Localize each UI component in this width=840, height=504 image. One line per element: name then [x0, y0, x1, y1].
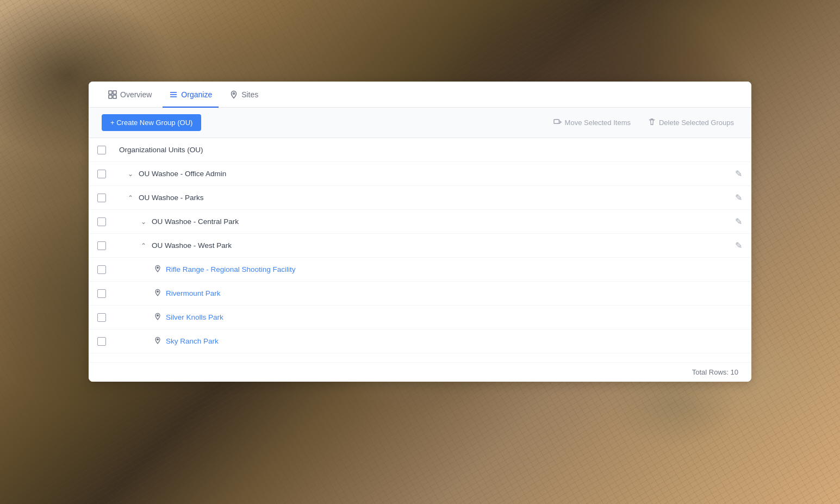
- row-content: Organizational Units (OU): [115, 140, 725, 159]
- row-checkbox-sky-ranch[interactable]: [97, 337, 106, 346]
- row-label: Organizational Units (OU): [119, 146, 203, 154]
- edit-icon[interactable]: ✎: [733, 190, 744, 205]
- table-row: Sky Ranch Park: [89, 329, 751, 353]
- chevron-up-icon: ⌃: [141, 242, 146, 250]
- site-link[interactable]: Sky Ranch Park: [166, 337, 219, 345]
- row-checkbox-cell: [89, 194, 115, 202]
- table-row: Organizational Units (OU): [89, 138, 751, 162]
- chevron-down-icon: ⌄: [128, 170, 133, 178]
- table-row: ⌄ OU Washoe - Central Park ✎: [89, 210, 751, 234]
- svg-rect-2: [109, 95, 112, 98]
- row-content: ⌃ OU Washoe - West Park: [115, 236, 725, 255]
- row-content: ⌃ OU Washoe - Parks: [115, 188, 725, 207]
- location-pin-icon: [229, 90, 238, 99]
- row-checkbox-cell: [89, 146, 115, 154]
- row-content: Rifle Range - Regional Shooting Facility: [115, 259, 725, 279]
- main-panel: Overview Organize Sites: [89, 82, 751, 382]
- tab-sites-label: Sites: [241, 90, 258, 99]
- row-checkbox-office-admin[interactable]: [97, 170, 106, 178]
- location-pin-icon: [154, 289, 161, 298]
- row-label: OU Washoe - West Park: [152, 241, 232, 250]
- table-row: Ranch Park: [89, 353, 751, 362]
- svg-point-11: [157, 291, 159, 293]
- row-checkbox-rifle-range[interactable]: [97, 265, 106, 274]
- toolbar: + Create New Group (OU) Move Selected It…: [89, 108, 751, 138]
- row-label: OU Washoe - Parks: [139, 194, 204, 202]
- table-row: Rifle Range - Regional Shooting Facility: [89, 258, 751, 282]
- row-action-cell: ✎: [725, 238, 751, 253]
- toolbar-right: Move Selected Items Delete Selected Grou…: [549, 116, 738, 130]
- row-checkbox-rivermount[interactable]: [97, 289, 106, 298]
- table-row: Silver Knolls Park: [89, 306, 751, 329]
- table-row: ⌃ OU Washoe - West Park ✎: [89, 234, 751, 258]
- site-link[interactable]: Rivermount Park: [166, 289, 221, 297]
- svg-rect-0: [109, 91, 112, 94]
- row-content: ⌄ OU Washoe - Office Admin: [115, 164, 725, 183]
- row-content: ⌄ OU Washoe - Central Park: [115, 212, 725, 231]
- site-link[interactable]: Silver Knolls Park: [166, 313, 223, 321]
- row-label: OU Washoe - Central Park: [152, 217, 239, 226]
- list-icon: [169, 90, 178, 99]
- svg-point-10: [157, 267, 159, 269]
- trash-icon: [648, 118, 656, 127]
- row-content: Rivermount Park: [115, 283, 725, 303]
- site-link[interactable]: Ranch Park: [166, 361, 204, 362]
- row-checkbox-central-park[interactable]: [97, 217, 106, 226]
- row-checkbox-cell: [89, 265, 115, 274]
- create-group-label: + Create New Group (OU): [110, 119, 192, 127]
- row-checkbox-cell: [89, 241, 115, 250]
- edit-icon[interactable]: ✎: [733, 166, 744, 181]
- location-pin-icon: [154, 265, 161, 274]
- tab-overview[interactable]: Overview: [102, 82, 158, 108]
- total-rows-label: Total Rows: 10: [692, 368, 738, 376]
- svg-point-13: [157, 339, 159, 340]
- move-icon: [553, 118, 562, 128]
- location-pin-icon: [154, 361, 161, 363]
- row-checkbox-cell: [89, 170, 115, 178]
- tab-organize[interactable]: Organize: [163, 82, 219, 108]
- site-link[interactable]: Rifle Range - Regional Shooting Facility: [166, 265, 296, 273]
- chevron-down-icon: ⌄: [141, 218, 146, 226]
- row-checkbox-parks[interactable]: [97, 194, 106, 202]
- tab-bar: Overview Organize Sites: [89, 82, 751, 108]
- table-row: Rivermount Park: [89, 282, 751, 306]
- row-checkbox-ou-root[interactable]: [97, 146, 106, 154]
- row-checkbox-cell: [89, 313, 115, 322]
- move-selected-label: Move Selected Items: [565, 119, 631, 127]
- move-selected-button[interactable]: Move Selected Items: [549, 116, 635, 130]
- row-checkbox-cell: [89, 217, 115, 226]
- svg-point-8: [233, 93, 235, 95]
- tab-organize-label: Organize: [181, 90, 212, 99]
- location-pin-icon: [154, 337, 161, 346]
- row-checkbox-silver-knolls[interactable]: [97, 313, 106, 322]
- svg-rect-9: [554, 119, 559, 123]
- row-action-cell: ✎: [725, 166, 751, 181]
- grid-icon: [108, 90, 117, 99]
- row-action-cell: ✎: [725, 214, 751, 229]
- tab-overview-label: Overview: [120, 90, 152, 99]
- edit-icon[interactable]: ✎: [733, 238, 744, 253]
- table-row: ⌄ OU Washoe - Office Admin ✎: [89, 162, 751, 186]
- delete-groups-label: Delete Selected Groups: [659, 119, 734, 127]
- row-content: Silver Knolls Park: [115, 307, 725, 327]
- row-checkbox-cell: [89, 289, 115, 298]
- chevron-up-icon: ⌃: [128, 194, 133, 202]
- svg-rect-3: [113, 95, 116, 98]
- table-row: ⌃ OU Washoe - Parks ✎: [89, 186, 751, 210]
- row-label: OU Washoe - Office Admin: [139, 170, 226, 178]
- table-container: Organizational Units (OU) ⌄ OU Washoe - …: [89, 138, 751, 362]
- row-content: Ranch Park: [115, 356, 725, 363]
- svg-point-12: [157, 315, 159, 316]
- row-action-cell: ✎: [725, 190, 751, 205]
- toolbar-left: + Create New Group (OU): [102, 114, 201, 131]
- edit-icon[interactable]: ✎: [733, 214, 744, 229]
- delete-groups-button[interactable]: Delete Selected Groups: [644, 116, 738, 129]
- location-pin-icon: [154, 313, 161, 322]
- tab-sites[interactable]: Sites: [223, 82, 265, 108]
- row-content: Sky Ranch Park: [115, 331, 725, 351]
- footer: Total Rows: 10: [89, 362, 751, 382]
- row-checkbox-cell: [89, 337, 115, 346]
- create-group-button[interactable]: + Create New Group (OU): [102, 114, 201, 131]
- row-checkbox-west-park[interactable]: [97, 241, 106, 250]
- svg-rect-1: [113, 91, 116, 94]
